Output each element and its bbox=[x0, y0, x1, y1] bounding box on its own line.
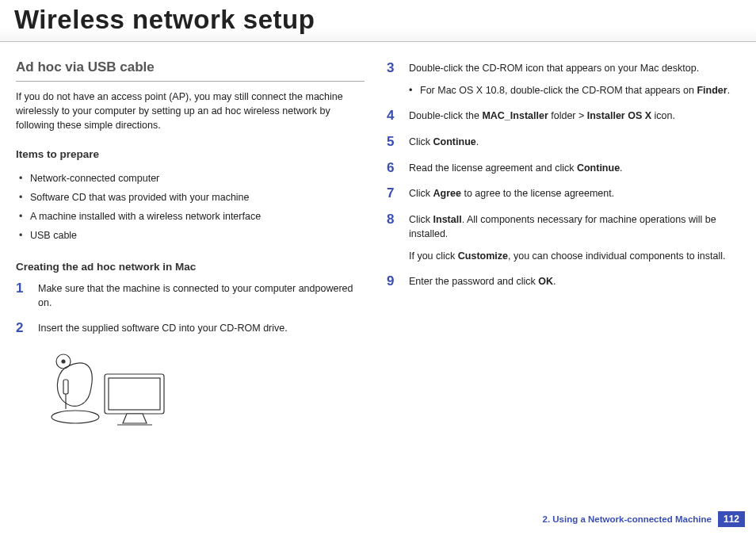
text-fragment: For Mac OS X 10.8, double-click the CD-R… bbox=[420, 85, 697, 96]
step-3: 3 Double-click the CD-ROM icon that appe… bbox=[387, 61, 735, 97]
step-number: 7 bbox=[387, 186, 398, 201]
step-number: 9 bbox=[387, 274, 398, 289]
step-number: 1 bbox=[16, 281, 27, 296]
step-number: 6 bbox=[387, 161, 398, 176]
step-body: Double-click the CD-ROM icon that appear… bbox=[409, 61, 735, 97]
step-body: Click Continue. bbox=[409, 135, 735, 149]
right-column: 3 Double-click the CD-ROM icon that appe… bbox=[387, 55, 735, 435]
svg-rect-2 bbox=[63, 380, 68, 394]
step-body: Insert the supplied software CD into you… bbox=[38, 321, 365, 335]
step-text: Enter the password and click OK. bbox=[409, 274, 735, 289]
step-number: 2 bbox=[16, 321, 27, 336]
cd-computer-illustration bbox=[48, 352, 174, 431]
bold-text: Finder bbox=[697, 85, 727, 96]
list-item: Network-connected computer bbox=[19, 169, 365, 188]
text-fragment: Click bbox=[409, 188, 433, 199]
text-fragment: If you click bbox=[409, 250, 458, 262]
step-body: Read the license agreement and click Con… bbox=[409, 161, 735, 175]
step-text: Double-click the CD-ROM icon that appear… bbox=[409, 61, 735, 75]
step-body: Click Agree to agree to the license agre… bbox=[409, 186, 735, 201]
step-text: Insert the supplied software CD into you… bbox=[38, 321, 365, 335]
text-fragment: Enter the password and click bbox=[409, 276, 538, 287]
left-column: Ad hoc via USB cable If you do not have … bbox=[16, 55, 365, 435]
bold-text: OK bbox=[538, 276, 553, 287]
page-title: Wireless network setup bbox=[0, 0, 756, 42]
step-text: Click Agree to agree to the license agre… bbox=[409, 186, 735, 201]
bold-text: Customize bbox=[458, 250, 508, 262]
text-fragment: icon. bbox=[651, 110, 675, 121]
step-6: 6 Read the license agreement and click C… bbox=[387, 161, 735, 176]
page-footer: 2. Using a Network-connected Machine 112 bbox=[543, 511, 745, 527]
step-7: 7 Click Agree to agree to the license ag… bbox=[387, 186, 735, 201]
text-fragment: . bbox=[553, 276, 556, 287]
step-body: Double-click the MAC_Installer folder > … bbox=[409, 109, 735, 123]
step-body: Enter the password and click OK. bbox=[409, 274, 735, 289]
text-fragment: , you can choose individual components t… bbox=[508, 250, 725, 262]
text-fragment: Click bbox=[409, 214, 433, 225]
items-heading: Items to prepare bbox=[16, 147, 365, 162]
text-fragment: . bbox=[620, 162, 622, 174]
intro-paragraph: If you do not have an access point (AP),… bbox=[16, 90, 365, 132]
content-columns: Ad hoc via USB cable If you do not have … bbox=[0, 42, 756, 435]
text-fragment: Double-click the bbox=[409, 110, 482, 121]
step-text: Make sure that the machine is connected … bbox=[38, 281, 365, 310]
step-5: 5 Click Continue. bbox=[387, 135, 735, 150]
step-body: Click Install. All components necessary … bbox=[409, 212, 735, 263]
step-text: Double-click the MAC_Installer folder > … bbox=[409, 109, 735, 123]
chapter-label: 2. Using a Network-connected Machine bbox=[543, 514, 712, 524]
text-fragment: Read the license agreement and click bbox=[409, 162, 577, 174]
step-text: Read the license agreement and click Con… bbox=[409, 161, 735, 175]
items-list: Network-connected computer Software CD t… bbox=[16, 169, 365, 246]
step-8: 8 Click Install. All components necessar… bbox=[387, 212, 735, 263]
bold-text: Agree bbox=[433, 188, 461, 199]
bold-text: Continue bbox=[433, 136, 476, 147]
step-number: 8 bbox=[387, 212, 398, 227]
list-item: A machine installed with a wireless netw… bbox=[19, 207, 365, 226]
step-9: 9 Enter the password and click OK. bbox=[387, 274, 735, 289]
svg-point-1 bbox=[62, 360, 65, 363]
step-body: Make sure that the machine is connected … bbox=[38, 281, 365, 310]
step-sub-bullet: For Mac OS X 10.8, double-click the CD-R… bbox=[409, 83, 735, 97]
step-number: 4 bbox=[387, 109, 398, 124]
list-item: Software CD that was provided with your … bbox=[19, 188, 365, 207]
text-fragment: Click bbox=[409, 136, 433, 147]
step-4: 4 Double-click the MAC_Installer folder … bbox=[387, 109, 735, 124]
step-text: If you click Customize, you can choose i… bbox=[409, 249, 735, 263]
bold-text: Install bbox=[433, 214, 462, 225]
page-number: 112 bbox=[718, 511, 745, 527]
text-fragment: folder > bbox=[548, 110, 587, 121]
text-fragment: to agree to the license agreement. bbox=[461, 188, 614, 199]
bold-text: MAC_Installer bbox=[482, 110, 548, 121]
bold-text: Continue bbox=[577, 162, 620, 174]
step-1: 1 Make sure that the machine is connecte… bbox=[16, 281, 365, 310]
svg-point-4 bbox=[52, 411, 99, 423]
text-fragment: . bbox=[727, 85, 730, 96]
adhoc-heading: Ad hoc via USB cable bbox=[16, 58, 365, 82]
svg-rect-6 bbox=[109, 378, 160, 410]
step-number: 5 bbox=[387, 135, 398, 150]
step-text: Click Continue. bbox=[409, 135, 735, 149]
step-2: 2 Insert the supplied software CD into y… bbox=[16, 321, 365, 336]
step-number: 3 bbox=[387, 61, 398, 76]
text-fragment: . bbox=[476, 136, 479, 147]
list-item: USB cable bbox=[19, 226, 365, 245]
bold-text: Installer OS X bbox=[587, 110, 651, 121]
creating-heading: Creating the ad hoc network in Mac bbox=[16, 259, 365, 275]
step-text: Click Install. All components necessary … bbox=[409, 212, 735, 241]
